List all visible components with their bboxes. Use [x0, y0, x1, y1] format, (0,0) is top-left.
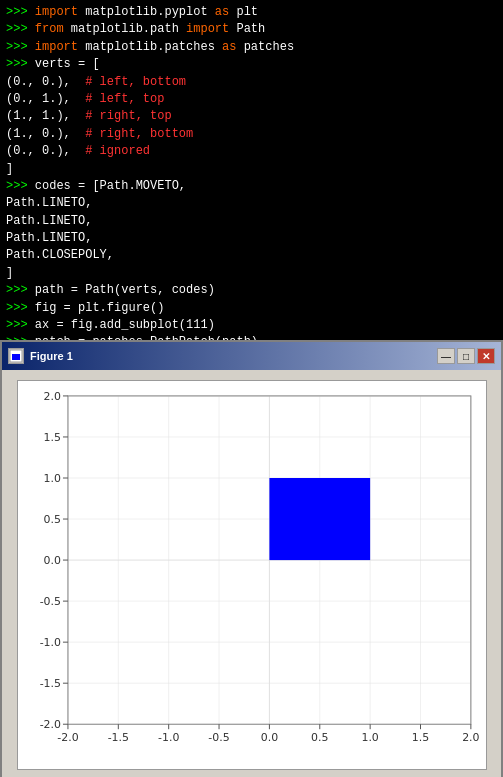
svg-text:0.5: 0.5 [43, 513, 60, 526]
line-17: >>> path = Path(verts, codes) [6, 282, 497, 299]
svg-text:-1.5: -1.5 [39, 677, 60, 690]
figure-window: Figure 1 — □ ✕ [0, 340, 503, 777]
line-11: >>> codes = [Path.MOVETO, [6, 178, 497, 195]
line-4: >>> verts = [ [6, 56, 497, 73]
line-12: Path.LINETO, [6, 195, 497, 212]
line-16: ] [6, 265, 497, 282]
svg-text:-1.5: -1.5 [107, 731, 128, 744]
line-3: >>> import matplotlib.patches as patches [6, 39, 497, 56]
line-14: Path.LINETO, [6, 230, 497, 247]
line-15: Path.CLOSEPOLY, [6, 247, 497, 264]
svg-text:1.0: 1.0 [43, 471, 60, 484]
svg-text:-0.5: -0.5 [39, 595, 60, 608]
line-13: Path.LINETO, [6, 213, 497, 230]
svg-text:1.5: 1.5 [411, 731, 428, 744]
line-8: (1., 0.), # right, bottom [6, 126, 497, 143]
chart-svg: -2.0 -1.5 -1.0 -0.5 0.0 0.5 1.0 1.5 [18, 381, 486, 769]
svg-text:0.0: 0.0 [43, 554, 60, 567]
svg-text:-2.0: -2.0 [39, 718, 60, 731]
terminal-area: >>> import matplotlib.pyplot as plt >>> … [0, 0, 503, 340]
svg-text:1.0: 1.0 [361, 731, 378, 744]
svg-text:2.0: 2.0 [43, 389, 60, 402]
plot-container: -2.0 -1.5 -1.0 -0.5 0.0 0.5 1.0 1.5 [17, 380, 487, 770]
line-5: (0., 0.), # left, bottom [6, 74, 497, 91]
svg-text:-0.5: -0.5 [208, 731, 229, 744]
svg-rect-22 [269, 478, 370, 560]
svg-text:2.0: 2.0 [462, 731, 479, 744]
line-1: >>> import matplotlib.pyplot as plt [6, 4, 497, 21]
maximize-button[interactable]: □ [457, 348, 475, 364]
figure-titlebar: Figure 1 — □ ✕ [2, 342, 501, 370]
figure-title-left: Figure 1 [8, 348, 73, 364]
figure-controls[interactable]: — □ ✕ [437, 348, 495, 364]
minimize-button[interactable]: — [437, 348, 455, 364]
svg-text:-2.0: -2.0 [57, 731, 78, 744]
svg-text:0.0: 0.0 [260, 731, 277, 744]
svg-rect-1 [12, 354, 20, 360]
line-6: (0., 1.), # left, top [6, 91, 497, 108]
line-18: >>> fig = plt.figure() [6, 300, 497, 317]
line-7: (1., 1.), # right, top [6, 108, 497, 125]
line-2: >>> from matplotlib.path import Path [6, 21, 497, 38]
line-9: (0., 0.), # ignored [6, 143, 497, 160]
line-19: >>> ax = fig.add_subplot(111) [6, 317, 497, 334]
figure-title-text: Figure 1 [30, 350, 73, 362]
line-10: ] [6, 161, 497, 178]
figure-icon [8, 348, 24, 364]
svg-text:-1.0: -1.0 [158, 731, 179, 744]
plot-area: -2.0 -1.5 -1.0 -0.5 0.0 0.5 1.0 1.5 [2, 370, 501, 777]
close-button[interactable]: ✕ [477, 348, 495, 364]
svg-text:-1.0: -1.0 [39, 636, 60, 649]
svg-text:0.5: 0.5 [311, 731, 328, 744]
svg-text:1.5: 1.5 [43, 430, 60, 443]
